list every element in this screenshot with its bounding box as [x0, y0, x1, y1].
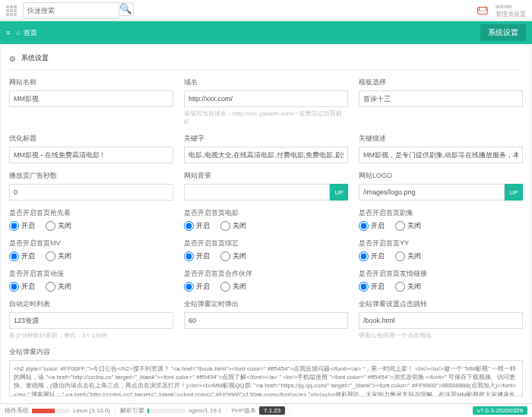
label: 全站弹窗定时弹出	[184, 299, 348, 309]
radio-off[interactable]: 关闭	[46, 221, 71, 231]
bg-upload-button[interactable]: UP	[330, 184, 348, 201]
footer-label: 解析引擎	[120, 406, 144, 415]
version-badge: v7.0.3-20200329	[473, 406, 527, 415]
label: 网站名称	[9, 77, 173, 87]
label: 自动定时列表	[9, 299, 173, 309]
pop-page-input[interactable]	[359, 312, 523, 329]
radio-on[interactable]: 开启	[359, 251, 385, 261]
search-button[interactable]: 🔍	[119, 2, 134, 16]
label: 是否开启首页电影	[184, 208, 348, 218]
pop-input[interactable]	[184, 312, 348, 329]
desc-input[interactable]	[359, 147, 523, 163]
radio-on[interactable]: 开启	[184, 251, 210, 261]
label: 是否开启首页MV	[9, 239, 173, 248]
label: 是否开启首页剧集	[359, 208, 523, 218]
template-input[interactable]	[359, 90, 523, 107]
radio-off[interactable]: 关闭	[46, 251, 71, 261]
label: 是否开启首页综艺	[184, 239, 348, 248]
bg-input[interactable]	[184, 184, 330, 201]
hint: 请填写当前域名：http://cbc.yauadh.com/一定要忘记后面斜杠	[184, 109, 348, 126]
radio-off[interactable]: 关闭	[395, 251, 421, 261]
radio-on[interactable]: 开启	[184, 282, 210, 292]
breadcrumb-home[interactable]: ⌂ 首页	[16, 28, 36, 38]
radio-on[interactable]: 开启	[9, 251, 35, 261]
radio-off[interactable]: 关闭	[395, 282, 421, 292]
hint: 多少分钟执行刷新，单位：1＝1分钟	[9, 331, 173, 340]
label: 域名	[184, 77, 348, 87]
section-title: 系统设置	[21, 53, 49, 63]
user-menu[interactable]: admin 管理员设置	[496, 3, 526, 17]
site-name-input[interactable]	[9, 90, 173, 107]
radio-off[interactable]: 关闭	[46, 282, 71, 292]
label: 网站背景	[184, 171, 348, 181]
radio-on[interactable]: 开启	[9, 221, 35, 231]
label: 是否开启首页合作伙伴	[184, 269, 348, 279]
label: 是否开启首页YY	[359, 239, 523, 248]
label: 是否开启首页友情链接	[359, 269, 523, 279]
radio-on[interactable]: 开启	[184, 221, 210, 231]
mail-icon[interactable]	[477, 7, 488, 14]
home-icon: ⌂	[16, 29, 20, 36]
label: 全站弹窗内容	[9, 347, 523, 357]
footer-label: PHP版本	[232, 406, 256, 415]
radio-on[interactable]: 开启	[9, 282, 35, 292]
domain-input[interactable]	[184, 90, 348, 107]
logo-upload-button[interactable]: UP	[505, 184, 523, 201]
label: 全站弹窗设置点击跳转	[359, 299, 523, 309]
footer-value: nginx/1.19.1	[188, 407, 222, 414]
label: 优化标题	[9, 134, 173, 144]
keywords-input[interactable]	[184, 147, 348, 163]
label: 关键字	[184, 134, 348, 144]
logo-input[interactable]	[359, 184, 505, 201]
label: 播放页广告秒数	[9, 171, 173, 181]
hint: 弹窗公告的第一个点击地址	[359, 331, 523, 340]
radio-on[interactable]: 开启	[359, 282, 385, 292]
label: 是否开启首页动漫	[9, 269, 173, 279]
search-icon: 🔍	[119, 3, 132, 14]
radio-off[interactable]: 关闭	[220, 282, 246, 292]
search-input[interactable]	[23, 2, 119, 19]
label: 模板选择	[359, 77, 523, 87]
menu-icon[interactable]: ≡	[6, 29, 10, 36]
apps-icon[interactable]	[6, 5, 17, 16]
radio-off[interactable]: 关闭	[220, 251, 246, 261]
pop-content-textarea[interactable]: <h2 style="color: #FF00FF;">今日公告</h2>搜不到…	[9, 360, 523, 396]
label: 关键描述	[359, 134, 523, 144]
radio-off[interactable]: 关闭	[220, 221, 246, 231]
gear-icon	[9, 55, 17, 62]
footer-value: Linux (3.10.0)	[73, 407, 110, 414]
footer-label: 操作系统	[5, 406, 29, 415]
seo-title-input[interactable]	[9, 147, 173, 163]
radio-off[interactable]: 关闭	[395, 221, 421, 231]
label: 是否开启首页抢先看	[9, 208, 173, 218]
auto-input[interactable]	[9, 312, 173, 329]
radio-on[interactable]: 开启	[359, 221, 385, 231]
ad-sec-input[interactable]	[9, 184, 173, 201]
page-title: 系统设置	[480, 24, 526, 41]
php-badge: 7.1.23	[259, 406, 285, 415]
label: 网站LOGO	[359, 171, 523, 181]
